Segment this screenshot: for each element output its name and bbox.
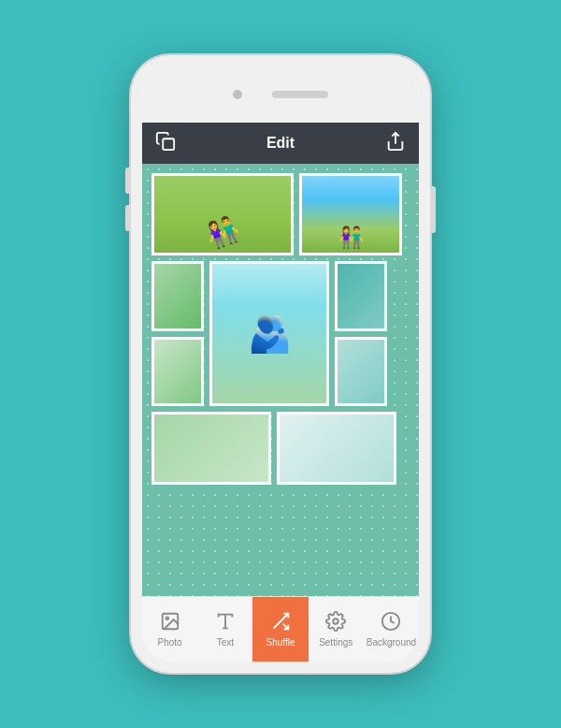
- text-tool-label: Text: [217, 637, 234, 648]
- share-icon[interactable]: [385, 131, 406, 156]
- photo-left-column: [151, 261, 204, 406]
- collage-row-3: [151, 412, 410, 485]
- photo-2-content: [302, 176, 399, 253]
- photo-4-content: [212, 264, 326, 403]
- photo-cell-4[interactable]: [209, 261, 329, 406]
- front-camera: [233, 90, 242, 99]
- shuffle-tool-label: Shuffle: [266, 637, 295, 648]
- photo-tool-label: Photo: [158, 637, 182, 648]
- photo-cell-6[interactable]: [151, 337, 204, 407]
- collage-grid: [151, 173, 410, 587]
- photo-cell-7[interactable]: [335, 337, 387, 407]
- phone-mockup: Edit: [131, 55, 430, 673]
- background-tool-label: Background: [367, 637, 416, 648]
- phone-top-bar: [142, 66, 419, 123]
- settings-tool-label: Settings: [319, 637, 352, 648]
- copy-icon[interactable]: [155, 131, 176, 156]
- photo-right-column: [335, 261, 387, 406]
- phone-screen: Edit: [142, 66, 419, 662]
- background-icon: [381, 611, 401, 634]
- bottom-toolbar: Photo Text: [142, 596, 419, 662]
- header-title: Edit: [266, 135, 295, 152]
- volume-up-button: [125, 167, 131, 194]
- photo-cell-8[interactable]: [151, 412, 271, 485]
- collage-row-1: [151, 173, 410, 255]
- photo-cell-5[interactable]: [335, 261, 387, 331]
- settings-tool-button[interactable]: Settings: [309, 597, 364, 662]
- header-bar: Edit: [142, 123, 419, 164]
- power-button: [430, 186, 436, 233]
- settings-icon: [325, 611, 346, 634]
- svg-point-3: [165, 617, 168, 619]
- background-tool-button[interactable]: Background: [364, 597, 419, 662]
- volume-down-button: [125, 205, 131, 231]
- shuffle-icon: [270, 611, 291, 634]
- photo-cell-1[interactable]: [151, 173, 294, 255]
- photo-cell-3[interactable]: [151, 261, 204, 331]
- photo-1-content: [154, 176, 291, 253]
- photo-icon: [160, 611, 180, 634]
- photo-cell-2[interactable]: [299, 173, 402, 255]
- svg-point-8: [333, 619, 338, 624]
- photo-tool-button[interactable]: Photo: [142, 597, 197, 662]
- text-tool-button[interactable]: Text: [197, 597, 252, 662]
- collage-row-2: [151, 261, 410, 406]
- text-icon: [215, 611, 236, 634]
- collage-canvas[interactable]: [142, 164, 419, 596]
- shuffle-tool-button[interactable]: Shuffle: [252, 597, 308, 662]
- phone-speaker: [272, 91, 328, 98]
- svg-rect-0: [163, 138, 174, 150]
- photo-cell-9[interactable]: [277, 412, 396, 485]
